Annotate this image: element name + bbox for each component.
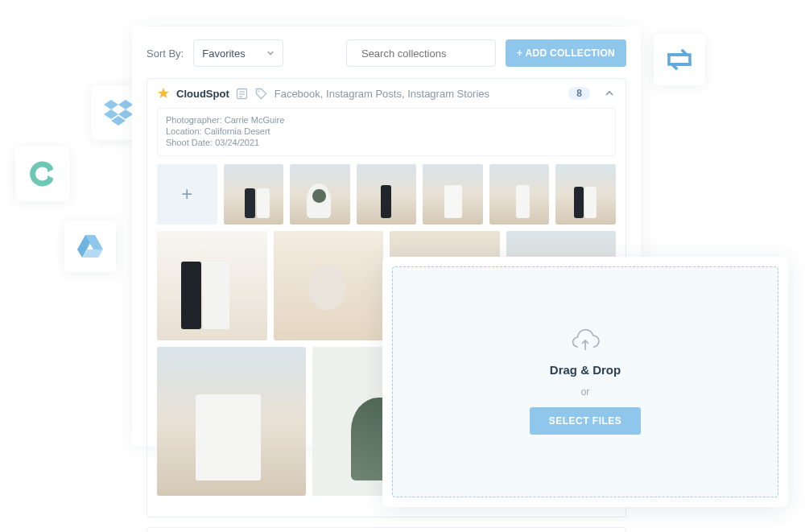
thumbnail[interactable] — [555, 164, 616, 225]
select-files-button[interactable]: SELECT FILES — [530, 407, 642, 435]
add-thumbnail[interactable]: + — [157, 164, 217, 225]
dropzone-title: Drag & Drop — [550, 363, 621, 377]
svg-marker-13 — [158, 88, 169, 98]
add-collection-button[interactable]: + ADD COLLECTION — [506, 39, 626, 67]
svg-point-18 — [258, 90, 260, 92]
collection-name: CloudSpot — [176, 88, 229, 100]
star-icon[interactable] — [157, 87, 170, 100]
cloud-upload-icon — [571, 329, 600, 353]
thumbnail[interactable] — [489, 164, 550, 225]
thumbnail-grid: + — [157, 164, 616, 225]
sort-value: Favorites — [202, 47, 245, 60]
dropzone-or: or — [581, 386, 590, 398]
sort-select[interactable]: Favorites — [193, 39, 283, 67]
google-drive-tile[interactable] — [64, 221, 116, 272]
svg-marker-0 — [104, 100, 118, 109]
collection-count: 8 — [568, 87, 590, 100]
tag-icon[interactable] — [255, 87, 268, 100]
sort-label: Sort By: — [147, 47, 184, 60]
reshare-tile[interactable] — [654, 34, 705, 85]
plus-icon: + — [181, 183, 192, 205]
c-logo-icon — [30, 161, 56, 187]
search-input[interactable] — [361, 47, 497, 60]
thumbnail[interactable] — [423, 164, 483, 225]
search-collections[interactable] — [346, 39, 496, 67]
collection-tags: Facebook, Instagram Posts, Instagram Sto… — [275, 88, 489, 100]
dropzone[interactable]: Drag & Drop or SELECT FILES — [392, 266, 778, 497]
note-icon[interactable] — [236, 87, 249, 100]
toolbar: Sort By: Favorites + ADD COLLECTION — [147, 39, 626, 67]
thumbnail[interactable] — [274, 231, 384, 341]
thumbnail[interactable] — [290, 164, 350, 225]
svg-rect-10 — [669, 55, 690, 64]
reshare-icon — [666, 48, 693, 71]
thumbnail[interactable] — [157, 347, 306, 496]
collection-meta: Photographer: Carrie McGuire Location: C… — [157, 108, 616, 156]
dropzone-card: Drag & Drop or SELECT FILES — [382, 257, 788, 507]
chevron-down-icon — [266, 49, 275, 57]
chevron-up-icon[interactable] — [603, 87, 616, 100]
svg-marker-1 — [118, 100, 133, 109]
collection-row[interactable]: Collection 2 — [147, 527, 626, 532]
dropbox-icon — [104, 100, 133, 126]
thumbnail[interactable] — [224, 164, 284, 225]
c-logo-tile[interactable] — [15, 146, 70, 201]
thumbnail[interactable] — [357, 164, 417, 225]
thumbnail[interactable] — [157, 231, 267, 341]
google-drive-icon — [77, 235, 103, 258]
